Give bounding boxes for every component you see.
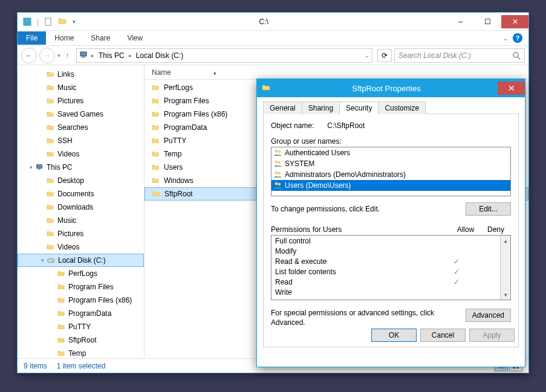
column-header[interactable]: Name ▴ [145, 65, 528, 80]
tree-item[interactable]: Program Files [18, 280, 144, 294]
breadcrumb-segment[interactable]: This PC [97, 51, 126, 60]
tree-item[interactable]: Searches [18, 121, 144, 134]
change-permissions-text: To change permissions, click Edit. [271, 205, 466, 213]
file-name: Temp [164, 150, 181, 158]
tree-item[interactable]: Videos [18, 240, 144, 254]
tree-item[interactable]: Links [18, 68, 144, 81]
permission-name: Read & execute [275, 257, 443, 266]
properties-dialog: SftpRoot Properties ✕ General Sharing Se… [256, 79, 525, 367]
folder-icon [45, 229, 55, 239]
tree-item[interactable]: Music [18, 81, 144, 94]
tree-item[interactable]: Downloads [18, 201, 144, 214]
qat-separator: | [37, 18, 39, 26]
advanced-button[interactable]: Advanced [466, 309, 511, 322]
chevron-right-icon[interactable]: ▸ [90, 53, 96, 59]
file-name: Program Files (x86) [164, 110, 227, 118]
permissions-header-label: Permissions for Users [271, 225, 450, 234]
window-title: C:\ [80, 18, 447, 26]
folder-icon [56, 335, 66, 345]
tab-security[interactable]: Security [339, 101, 379, 114]
tree-item[interactable]: Documents [18, 187, 144, 201]
search-input[interactable]: Search Local Disk (C:) [394, 48, 525, 63]
tree-item[interactable]: Desktop [18, 174, 144, 187]
maximize-button[interactable]: ☐ [474, 15, 501, 28]
folder-icon [151, 149, 160, 159]
new-doc-icon[interactable] [44, 17, 53, 27]
tree-item[interactable]: SftpRoot [18, 333, 144, 347]
tree-label: PerfLogs [68, 269, 97, 278]
user-group-icon [273, 170, 282, 179]
edit-button[interactable]: Edit... [466, 202, 511, 216]
tree-label: PuTTY [68, 323, 91, 331]
breadcrumb-segment[interactable]: Local Disk (C:) [134, 51, 186, 60]
tree-item[interactable]: Program Files (x86) [18, 294, 144, 307]
tree-item[interactable]: PerfLogs [18, 267, 144, 280]
up-button[interactable]: ↑ [63, 51, 71, 60]
nav-pane[interactable]: LinksMusicPicturesSaved GamesSearchesSSH… [18, 65, 145, 358]
tree-item[interactable]: Pictures [18, 227, 144, 240]
user-row[interactable]: Administrators (Demo\Administrators) [271, 169, 510, 180]
refresh-button[interactable]: ⟳ [377, 49, 392, 62]
folder-icon [45, 242, 55, 252]
tree-label: Videos [57, 150, 79, 158]
tree-item[interactable]: ▾Local Disk (C:) [18, 254, 144, 267]
ribbon-home[interactable]: Home [46, 31, 82, 45]
user-row[interactable]: SYSTEM [271, 158, 510, 169]
tab-sharing[interactable]: Sharing [302, 101, 340, 114]
history-dropdown-icon[interactable]: ▾ [57, 53, 60, 59]
user-row[interactable]: Authenticated Users [271, 147, 510, 158]
tree-item[interactable]: SSH [18, 134, 144, 147]
close-button[interactable]: ✕ [501, 15, 528, 28]
address-bar[interactable]: ▸ This PC ▸ Local Disk (C:) ⌄ [76, 48, 372, 63]
minimize-button[interactable]: – [447, 15, 474, 28]
folder-icon [45, 216, 55, 225]
properties-icon[interactable] [22, 17, 32, 27]
ribbon-share[interactable]: Share [82, 31, 119, 45]
scroll-up-icon[interactable]: ▴ [501, 236, 510, 246]
titlebar: | ▾ C:\ – ☐ ✕ [18, 13, 528, 31]
file-name: PerfLogs [164, 83, 193, 92]
permission-row: Read & execute✓ [271, 256, 500, 266]
navbar: ← → ▾ ↑ ▸ This PC ▸ Local Disk (C:) ⌄ ⟳ … [18, 46, 528, 65]
svg-line-9 [518, 57, 520, 59]
user-list[interactable]: Authenticated UsersSYSTEMAdministrators … [271, 147, 511, 196]
ok-button[interactable]: OK [371, 329, 417, 342]
tree-item[interactable]: Saved Games [18, 108, 144, 121]
dialog-title: SftpRoot Properties [275, 84, 498, 93]
tree-item[interactable]: Videos [18, 147, 144, 161]
permission-name: Full control [275, 237, 443, 245]
tree-item[interactable]: Temp [18, 347, 144, 358]
close-button[interactable]: ✕ [498, 82, 525, 95]
new-folder-icon[interactable] [58, 17, 68, 27]
column-name[interactable]: Name [149, 68, 183, 77]
file-name: Users [164, 163, 183, 172]
chevron-right-icon[interactable]: ▸ [128, 53, 133, 59]
tab-customize[interactable]: Customize [378, 101, 426, 114]
tree-label: Temp [68, 349, 86, 358]
cancel-button[interactable]: Cancel [420, 329, 466, 342]
folder-icon [45, 109, 55, 119]
folder-icon [262, 83, 271, 93]
tab-general[interactable]: General [263, 101, 302, 114]
forward-button[interactable]: → [39, 48, 55, 63]
apply-button[interactable]: Apply [469, 329, 515, 342]
ribbon-expand-icon[interactable]: ⌄ [503, 35, 508, 42]
tree-item[interactable]: ProgramData [18, 307, 144, 320]
user-row[interactable]: Users (Demo\Users) [271, 180, 510, 191]
permissions-list[interactable]: Full controlModifyRead & execute✓List fo… [271, 235, 511, 300]
qat-dropdown-icon[interactable]: ▾ [73, 19, 76, 25]
folder-icon [151, 109, 160, 119]
scrollbar[interactable]: ▴ ▾ [500, 236, 510, 300]
permission-row: Modify [271, 246, 500, 256]
back-button[interactable]: ← [21, 48, 37, 63]
tree-item[interactable]: PuTTY [18, 320, 144, 333]
scroll-down-icon[interactable]: ▾ [501, 289, 510, 300]
ribbon-view[interactable]: View [119, 31, 151, 45]
ribbon-file[interactable]: File [18, 31, 46, 45]
tree-item[interactable]: ▾This PC [18, 161, 144, 174]
tree-item[interactable]: Music [18, 214, 144, 227]
tree-item[interactable]: Pictures [18, 94, 144, 108]
address-dropdown-icon[interactable]: ⌄ [365, 53, 369, 59]
help-icon[interactable]: ? [513, 33, 522, 43]
folder-icon [56, 269, 66, 278]
